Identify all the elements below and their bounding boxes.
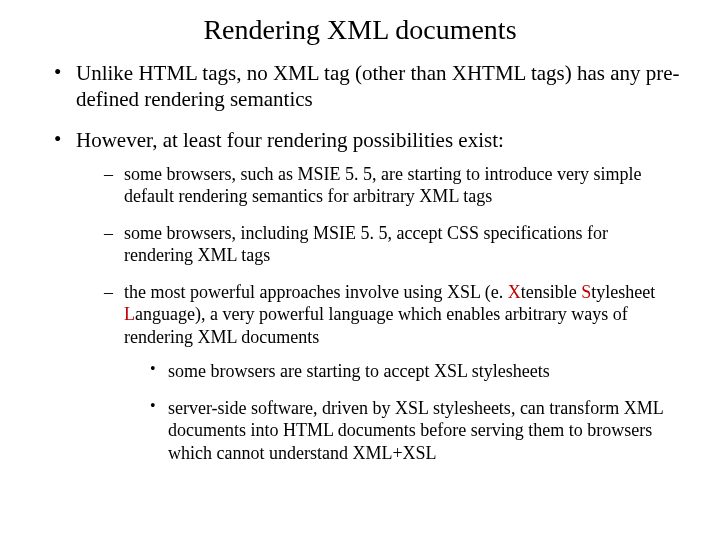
highlight-letter: L: [124, 304, 135, 324]
dash-list: some browsers, such as MSIE 5. 5, are st…: [76, 163, 680, 465]
text-fragment: tylesheet: [591, 282, 655, 302]
dash-item: some browsers, including MSIE 5. 5, acce…: [104, 222, 680, 267]
highlight-letter: S: [581, 282, 591, 302]
slide: Rendering XML documents Unlike HTML tags…: [0, 0, 720, 498]
bullet-text: However, at least four rendering possibi…: [76, 128, 504, 152]
highlight-letter: X: [508, 282, 521, 302]
slide-title: Rendering XML documents: [40, 14, 680, 46]
bullet-item: However, at least four rendering possibi…: [50, 127, 680, 465]
dash-item: some browsers, such as MSIE 5. 5, are st…: [104, 163, 680, 208]
text-fragment: the most powerful approaches involve usi…: [124, 282, 508, 302]
top-bullet-list: Unlike HTML tags, no XML tag (other than…: [40, 60, 680, 464]
dash-item: the most powerful approaches involve usi…: [104, 281, 680, 465]
sub-bullet-list: some browsers are starting to accept XSL…: [124, 360, 680, 464]
sub-bullet-item: server-side software, driven by XSL styl…: [148, 397, 680, 465]
text-fragment: anguage), a very powerful language which…: [124, 304, 628, 347]
text-fragment: tensible: [521, 282, 582, 302]
sub-bullet-item: some browsers are starting to accept XSL…: [148, 360, 680, 383]
bullet-item: Unlike HTML tags, no XML tag (other than…: [50, 60, 680, 113]
